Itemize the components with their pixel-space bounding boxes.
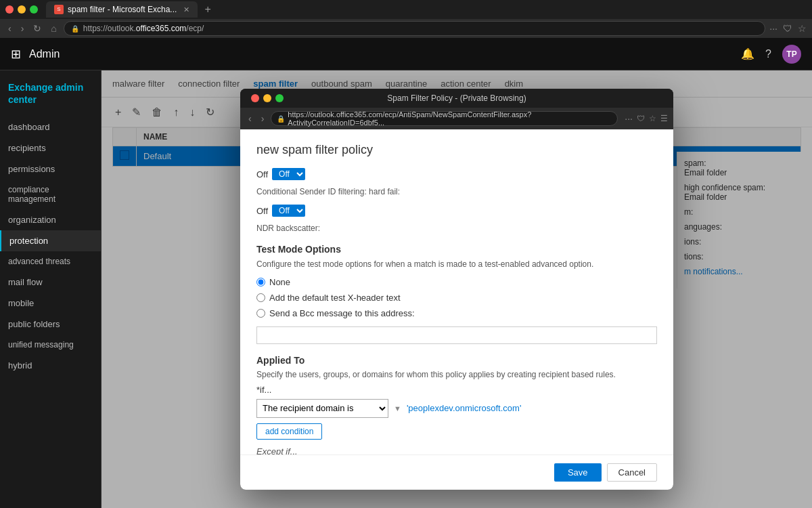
condition-value[interactable]: 'peoplexdev.onmicrosoft.com' <box>407 403 521 413</box>
ndr-backscatter-dropdown[interactable]: Off On <box>272 205 305 217</box>
bcc-address-input[interactable] <box>256 326 657 344</box>
close-button[interactable] <box>5 5 14 14</box>
notification-bell-icon[interactable]: 🔔 <box>741 47 754 60</box>
sidebar-item-mobile[interactable]: mobile <box>0 293 101 314</box>
popup-more-icon[interactable]: ··· <box>625 113 633 124</box>
toolbar-icons: ··· 🛡 ☆ <box>769 23 807 34</box>
popup-maximize-button[interactable] <box>275 94 284 102</box>
if-label: *if... <box>256 385 657 395</box>
radio-bcc-input[interactable] <box>256 309 265 318</box>
applied-to-title: Applied To <box>256 355 657 366</box>
condition-row: The recipient domain is The recipient is… <box>256 399 657 418</box>
sidebar-item-compliance[interactable]: compliance management <box>0 179 101 209</box>
address-domain: office365.com <box>136 24 187 33</box>
tab-title: spam filter - Microsoft Excha... <box>68 5 177 14</box>
reload-button[interactable]: ↻ <box>30 22 44 35</box>
applied-to-desc: Specify the users, groups, or domains fo… <box>256 370 657 379</box>
radio-xheader-input[interactable] <box>256 293 265 302</box>
popup-address-bar[interactable]: 🔒 https://outlook.office365.com/ecp/Anti… <box>271 111 618 126</box>
popup-traffic-lights <box>251 94 284 102</box>
tab-close-icon[interactable]: ✕ <box>183 5 189 14</box>
popup-forward-button[interactable]: › <box>258 112 267 125</box>
forward-button[interactable]: › <box>18 22 27 35</box>
ndr-backscatter-label: NDR backscatter: <box>256 224 657 233</box>
radio-bcc-label: Send a Bcc message to this address: <box>269 308 415 318</box>
conditional-sender-dropdown[interactable]: Off On <box>272 168 305 180</box>
popup-tab-title: Spam Filter Policy - (Private Browsing) <box>387 93 526 103</box>
content-area: malware filter connection filter spam fi… <box>102 70 812 508</box>
popup-address-text: https://outlook.office365.com/ecp/AntiSp… <box>288 110 612 127</box>
more-icon[interactable]: ··· <box>769 23 777 34</box>
waffle-menu-icon[interactable]: ⊞ <box>11 47 21 62</box>
conditional-sender-section: Off Off On Conditional Sender ID filteri… <box>256 168 657 196</box>
popup-menu-icon[interactable]: ☰ <box>660 114 668 123</box>
modal-overlay: Spam Filter Policy - (Private Browsing) … <box>102 70 812 508</box>
app-bar: ⊞ Admin 🔔 ? TP <box>0 38 812 70</box>
back-button[interactable]: ‹ <box>5 22 14 35</box>
popup-tabs-bar: Spam Filter Policy - (Private Browsing) <box>240 89 673 108</box>
modal-footer: Save Cancel <box>240 454 673 490</box>
address-text: https://outlook.office365.com/ecp/ <box>83 24 204 33</box>
ndr-off-label: Off <box>256 206 268 216</box>
sidebar-item-advanced-threats[interactable]: advanced threats <box>0 251 101 272</box>
popup-content: new spam filter policy Off Off On Condit… <box>240 129 673 454</box>
address-bar[interactable]: 🔒 https://outlook.office365.com/ecp/ <box>64 21 766 36</box>
radio-xheader-label: Add the default test X-header text <box>269 293 401 303</box>
ndr-backscatter-section: Off Off On NDR backscatter: <box>256 205 657 233</box>
help-icon[interactable]: ? <box>765 48 771 60</box>
popup-toolbar: ‹ › 🔒 https://outlook.office365.com/ecp/… <box>240 108 673 129</box>
conditional-sender-row: Off Off On <box>256 168 657 180</box>
maximize-button[interactable] <box>30 5 38 14</box>
popup-star-icon[interactable]: ☆ <box>649 114 656 123</box>
popup-minimize-button[interactable] <box>263 94 271 102</box>
browser-toolbar: ‹ › ↻ ⌂ 🔒 https://outlook.office365.com/… <box>0 19 812 38</box>
sidebar-item-dashboard[interactable]: dashboard <box>0 117 101 137</box>
tab-favicon: S <box>54 5 64 14</box>
popup-lock-icon: 🔒 <box>277 115 285 123</box>
popup-back-button[interactable]: ‹ <box>246 112 254 125</box>
test-mode-title: Test Mode Options <box>256 244 657 255</box>
sidebar-item-protection[interactable]: protection <box>0 230 101 251</box>
radio-none[interactable]: None <box>256 277 657 287</box>
radio-none-input[interactable] <box>256 278 265 287</box>
app-title: Admin <box>29 48 60 60</box>
browser-tab-active[interactable]: S spam filter - Microsoft Excha... ✕ <box>46 1 198 18</box>
sidebar-item-permissions[interactable]: permissions <box>0 158 101 179</box>
sidebar-item-public-folders[interactable]: public folders <box>0 314 101 335</box>
radio-bcc[interactable]: Send a Bcc message to this address: <box>256 308 657 318</box>
except-if-label: Except if... <box>256 446 657 454</box>
sidebar-brand: Exchange admin center <box>0 76 101 117</box>
popup-shield-icon: 🛡 <box>637 114 645 123</box>
test-mode-desc: Configure the test mode options for when… <box>256 259 657 270</box>
conditional-sender-off-label: Off <box>256 169 268 179</box>
popup-close-button[interactable] <box>251 94 259 102</box>
ndr-backscatter-row: Off Off On <box>256 205 657 217</box>
test-mode-radio-group: None Add the default test X-header text … <box>256 277 657 318</box>
popup-tabs-row: Spam Filter Policy - (Private Browsing) <box>246 93 668 103</box>
star-icon[interactable]: ☆ <box>798 23 807 34</box>
cancel-button[interactable]: Cancel <box>607 463 657 482</box>
radio-xheader[interactable]: Add the default test X-header text <box>256 293 657 303</box>
sidebar-item-unified-messaging[interactable]: unified messaging <box>0 335 101 355</box>
minimize-button[interactable] <box>18 5 26 14</box>
sidebar-item-mail-flow[interactable]: mail flow <box>0 272 101 293</box>
shield-icon: 🛡 <box>783 23 792 34</box>
condition-select[interactable]: The recipient domain is The recipient is… <box>256 399 388 418</box>
sidebar-item-organization[interactable]: organization <box>0 209 101 230</box>
user-avatar[interactable]: TP <box>782 45 801 64</box>
sidebar-item-hybrid[interactable]: hybrid <box>0 355 101 376</box>
main-layout: Exchange admin center dashboard recipien… <box>0 70 812 508</box>
popup-title: new spam filter policy <box>256 143 657 157</box>
popup-browser: Spam Filter Policy - (Private Browsing) … <box>240 89 673 490</box>
sidebar-item-recipients[interactable]: recipients <box>0 137 101 158</box>
new-tab-button[interactable]: + <box>200 3 215 16</box>
condition-arrow-icon: ▼ <box>394 404 401 412</box>
address-prefix: https://outlook. <box>83 24 136 33</box>
address-suffix: /ecp/ <box>186 24 204 33</box>
radio-none-label: None <box>269 277 290 287</box>
add-condition-button[interactable]: add condition <box>256 423 322 440</box>
save-button[interactable]: Save <box>554 463 602 482</box>
conditional-sender-label: Conditional Sender ID filtering: hard fa… <box>256 187 657 196</box>
applied-to-section: Applied To Specify the users, groups, or… <box>256 355 657 454</box>
home-button[interactable]: ⌂ <box>48 22 59 35</box>
